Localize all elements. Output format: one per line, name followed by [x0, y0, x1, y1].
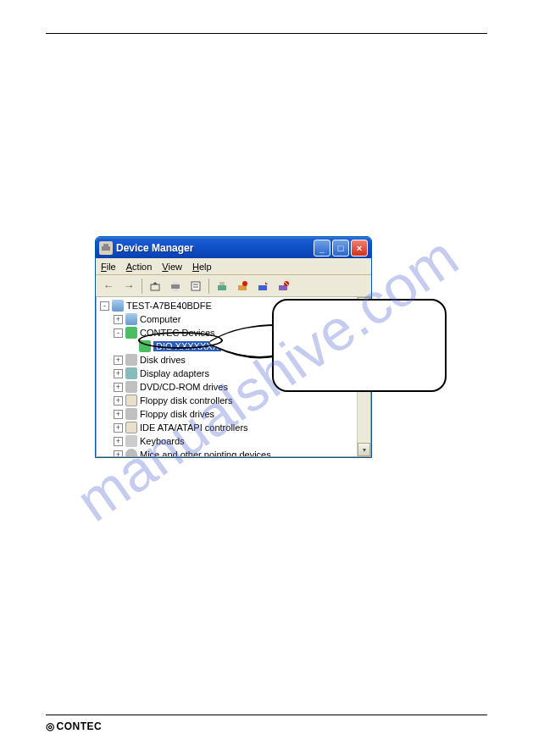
- tree-node-label: Computer: [140, 314, 180, 324]
- print-button[interactable]: [166, 277, 185, 295]
- callout-box: [272, 299, 447, 392]
- properties-button[interactable]: [186, 277, 205, 295]
- scan-button[interactable]: [213, 277, 231, 295]
- tree-node-label: Display adapters: [140, 368, 209, 378]
- svg-rect-4: [173, 282, 178, 284]
- svg-rect-3: [171, 284, 180, 289]
- expand-icon[interactable]: +: [114, 356, 123, 365]
- device-icon: [125, 422, 137, 433]
- minimize-button[interactable]: _: [314, 240, 330, 257]
- expand-icon[interactable]: +: [114, 450, 123, 458]
- menu-file[interactable]: File: [101, 262, 116, 272]
- collapse-icon[interactable]: -: [114, 328, 123, 338]
- tree-node-label: CONTEC Devices: [140, 328, 215, 338]
- maximize-button[interactable]: □: [332, 240, 349, 257]
- tree-node[interactable]: +IDE ATA/ATAPI controllers: [100, 421, 367, 434]
- tree-node-label: Disk drives: [140, 355, 186, 365]
- tree-node[interactable]: +Mice and other pointing devices: [100, 448, 367, 457]
- scroll-down-icon[interactable]: ▾: [358, 443, 370, 456]
- tree-node-label: IDE ATA/ATAPI controllers: [140, 422, 248, 433]
- tree-node-label: Keyboards: [140, 436, 185, 446]
- svg-rect-10: [219, 282, 225, 285]
- toolbar-separator: [142, 279, 142, 294]
- device-icon: [125, 313, 137, 325]
- tree-node-label: Floppy disk controllers: [140, 395, 232, 406]
- tree-node-label: DVD/CD-ROM drives: [140, 382, 228, 392]
- svg-rect-0: [102, 246, 110, 251]
- titlebar[interactable]: Device Manager _ □ ×: [96, 237, 371, 258]
- device-icon: [125, 327, 137, 339]
- svg-rect-1: [103, 244, 108, 246]
- svg-rect-2: [151, 284, 159, 290]
- svg-rect-9: [218, 285, 226, 290]
- device-icon: [125, 435, 137, 447]
- uninstall-button[interactable]: [253, 277, 272, 295]
- window-title: Device Manager: [116, 242, 314, 254]
- toolbar-separator: [208, 279, 209, 294]
- tree-node[interactable]: +Floppy disk controllers: [100, 394, 367, 407]
- page-bottom-rule: [46, 715, 487, 715]
- computer-icon: [112, 300, 124, 312]
- expand-icon[interactable]: +: [114, 369, 123, 378]
- forward-button: →: [119, 277, 138, 295]
- device-icon: [125, 354, 137, 366]
- up-button[interactable]: [146, 277, 164, 295]
- device-icon: [139, 340, 151, 352]
- page-top-rule: [46, 33, 487, 34]
- device-icon: [125, 381, 137, 393]
- tree-root-label: TEST-A7BE40BDFE: [126, 301, 212, 311]
- toolbar: ← →: [96, 275, 371, 297]
- footer-logo: CONTEC: [46, 720, 102, 732]
- tree-node-label: Mice and other pointing devices: [140, 450, 271, 457]
- tree-node-label: Floppy disk drives: [140, 409, 214, 419]
- expand-icon[interactable]: +: [114, 396, 123, 406]
- device-icon: [125, 367, 137, 379]
- svg-rect-5: [173, 289, 178, 291]
- menu-help[interactable]: Help: [192, 262, 212, 272]
- disable-button[interactable]: [274, 277, 292, 295]
- expand-icon[interactable]: +: [114, 410, 123, 419]
- tree-node[interactable]: +Keyboards: [100, 434, 367, 448]
- menubar: File Action View Help: [96, 258, 371, 275]
- svg-point-12: [242, 281, 247, 286]
- tree-node[interactable]: +Floppy disk drives: [100, 407, 367, 421]
- back-button: ←: [99, 277, 118, 295]
- app-icon: [99, 241, 113, 255]
- device-icon: [125, 395, 137, 406]
- collapse-icon[interactable]: -: [100, 301, 109, 311]
- menu-view[interactable]: View: [162, 262, 182, 272]
- close-button[interactable]: ×: [351, 240, 368, 257]
- exp-blank: [127, 342, 136, 351]
- device-icon: [125, 408, 137, 420]
- expand-icon[interactable]: +: [114, 423, 123, 433]
- menu-action[interactable]: Action: [126, 262, 153, 272]
- svg-rect-13: [258, 285, 267, 290]
- device-icon: [125, 449, 137, 457]
- update-button[interactable]: [233, 277, 252, 295]
- expand-icon[interactable]: +: [114, 315, 123, 324]
- svg-rect-6: [192, 282, 200, 290]
- expand-icon[interactable]: +: [114, 383, 123, 392]
- expand-icon[interactable]: +: [114, 437, 123, 446]
